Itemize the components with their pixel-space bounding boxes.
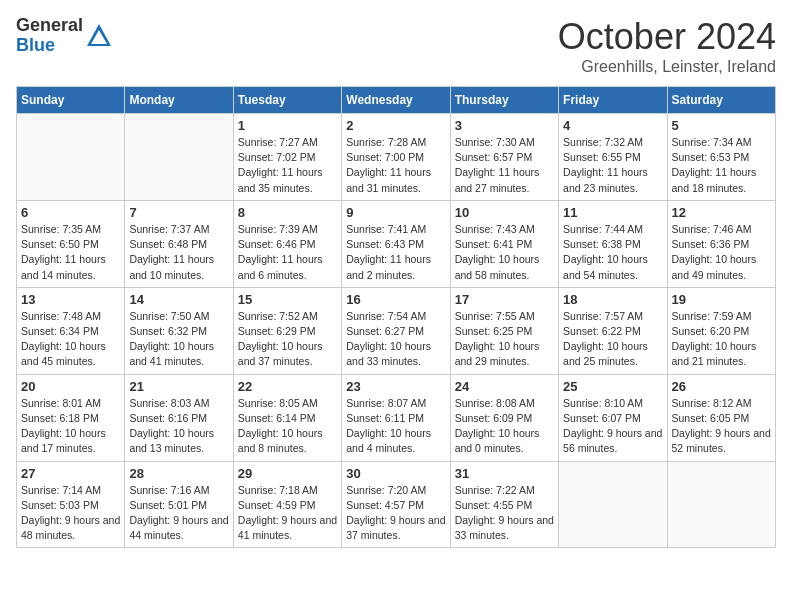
day-number: 5 xyxy=(672,118,771,133)
day-info: Sunrise: 7:39 AMSunset: 6:46 PMDaylight:… xyxy=(238,222,337,283)
weekday-header: Saturday xyxy=(667,87,775,114)
calendar-cell: 15Sunrise: 7:52 AMSunset: 6:29 PMDayligh… xyxy=(233,287,341,374)
calendar-cell xyxy=(559,461,667,548)
day-number: 23 xyxy=(346,379,445,394)
day-info: Sunrise: 7:14 AMSunset: 5:03 PMDaylight:… xyxy=(21,483,120,544)
day-info: Sunrise: 8:08 AMSunset: 6:09 PMDaylight:… xyxy=(455,396,554,457)
day-number: 28 xyxy=(129,466,228,481)
calendar-week-row: 6Sunrise: 7:35 AMSunset: 6:50 PMDaylight… xyxy=(17,200,776,287)
calendar-cell: 5Sunrise: 7:34 AMSunset: 6:53 PMDaylight… xyxy=(667,114,775,201)
page-header: General Blue October 2024 Greenhills, Le… xyxy=(16,16,776,76)
logo-icon xyxy=(85,22,113,50)
day-info: Sunrise: 7:54 AMSunset: 6:27 PMDaylight:… xyxy=(346,309,445,370)
calendar-cell: 14Sunrise: 7:50 AMSunset: 6:32 PMDayligh… xyxy=(125,287,233,374)
day-number: 14 xyxy=(129,292,228,307)
title-section: October 2024 Greenhills, Leinster, Irela… xyxy=(558,16,776,76)
calendar-week-row: 20Sunrise: 8:01 AMSunset: 6:18 PMDayligh… xyxy=(17,374,776,461)
day-number: 2 xyxy=(346,118,445,133)
day-number: 3 xyxy=(455,118,554,133)
day-info: Sunrise: 8:01 AMSunset: 6:18 PMDaylight:… xyxy=(21,396,120,457)
calendar-cell: 17Sunrise: 7:55 AMSunset: 6:25 PMDayligh… xyxy=(450,287,558,374)
logo: General Blue xyxy=(16,16,113,56)
day-info: Sunrise: 7:55 AMSunset: 6:25 PMDaylight:… xyxy=(455,309,554,370)
weekday-header: Wednesday xyxy=(342,87,450,114)
calendar-cell: 4Sunrise: 7:32 AMSunset: 6:55 PMDaylight… xyxy=(559,114,667,201)
logo-general: General xyxy=(16,15,83,35)
calendar-cell: 7Sunrise: 7:37 AMSunset: 6:48 PMDaylight… xyxy=(125,200,233,287)
calendar-cell: 24Sunrise: 8:08 AMSunset: 6:09 PMDayligh… xyxy=(450,374,558,461)
day-number: 17 xyxy=(455,292,554,307)
day-number: 6 xyxy=(21,205,120,220)
calendar-week-row: 1Sunrise: 7:27 AMSunset: 7:02 PMDaylight… xyxy=(17,114,776,201)
day-info: Sunrise: 7:34 AMSunset: 6:53 PMDaylight:… xyxy=(672,135,771,196)
day-number: 4 xyxy=(563,118,662,133)
day-info: Sunrise: 8:12 AMSunset: 6:05 PMDaylight:… xyxy=(672,396,771,457)
day-number: 9 xyxy=(346,205,445,220)
day-number: 19 xyxy=(672,292,771,307)
day-info: Sunrise: 7:41 AMSunset: 6:43 PMDaylight:… xyxy=(346,222,445,283)
day-info: Sunrise: 7:18 AMSunset: 4:59 PMDaylight:… xyxy=(238,483,337,544)
day-number: 22 xyxy=(238,379,337,394)
logo-blue: Blue xyxy=(16,35,55,55)
day-info: Sunrise: 8:05 AMSunset: 6:14 PMDaylight:… xyxy=(238,396,337,457)
day-number: 8 xyxy=(238,205,337,220)
calendar-cell: 26Sunrise: 8:12 AMSunset: 6:05 PMDayligh… xyxy=(667,374,775,461)
day-info: Sunrise: 7:22 AMSunset: 4:55 PMDaylight:… xyxy=(455,483,554,544)
day-info: Sunrise: 7:48 AMSunset: 6:34 PMDaylight:… xyxy=(21,309,120,370)
calendar-cell: 10Sunrise: 7:43 AMSunset: 6:41 PMDayligh… xyxy=(450,200,558,287)
weekday-header: Tuesday xyxy=(233,87,341,114)
day-info: Sunrise: 7:57 AMSunset: 6:22 PMDaylight:… xyxy=(563,309,662,370)
day-number: 26 xyxy=(672,379,771,394)
calendar-cell: 19Sunrise: 7:59 AMSunset: 6:20 PMDayligh… xyxy=(667,287,775,374)
day-info: Sunrise: 7:35 AMSunset: 6:50 PMDaylight:… xyxy=(21,222,120,283)
day-info: Sunrise: 7:27 AMSunset: 7:02 PMDaylight:… xyxy=(238,135,337,196)
day-info: Sunrise: 7:50 AMSunset: 6:32 PMDaylight:… xyxy=(129,309,228,370)
calendar-cell: 31Sunrise: 7:22 AMSunset: 4:55 PMDayligh… xyxy=(450,461,558,548)
location-title: Greenhills, Leinster, Ireland xyxy=(558,58,776,76)
day-number: 20 xyxy=(21,379,120,394)
weekday-header: Sunday xyxy=(17,87,125,114)
day-number: 15 xyxy=(238,292,337,307)
day-info: Sunrise: 8:10 AMSunset: 6:07 PMDaylight:… xyxy=(563,396,662,457)
calendar-cell: 23Sunrise: 8:07 AMSunset: 6:11 PMDayligh… xyxy=(342,374,450,461)
weekday-header: Friday xyxy=(559,87,667,114)
weekday-header: Thursday xyxy=(450,87,558,114)
day-info: Sunrise: 7:16 AMSunset: 5:01 PMDaylight:… xyxy=(129,483,228,544)
day-number: 25 xyxy=(563,379,662,394)
day-info: Sunrise: 8:07 AMSunset: 6:11 PMDaylight:… xyxy=(346,396,445,457)
day-number: 18 xyxy=(563,292,662,307)
day-number: 16 xyxy=(346,292,445,307)
day-number: 1 xyxy=(238,118,337,133)
calendar-cell: 27Sunrise: 7:14 AMSunset: 5:03 PMDayligh… xyxy=(17,461,125,548)
calendar-cell: 3Sunrise: 7:30 AMSunset: 6:57 PMDaylight… xyxy=(450,114,558,201)
day-info: Sunrise: 7:32 AMSunset: 6:55 PMDaylight:… xyxy=(563,135,662,196)
day-info: Sunrise: 8:03 AMSunset: 6:16 PMDaylight:… xyxy=(129,396,228,457)
calendar-cell: 25Sunrise: 8:10 AMSunset: 6:07 PMDayligh… xyxy=(559,374,667,461)
calendar-cell: 9Sunrise: 7:41 AMSunset: 6:43 PMDaylight… xyxy=(342,200,450,287)
calendar-cell: 1Sunrise: 7:27 AMSunset: 7:02 PMDaylight… xyxy=(233,114,341,201)
calendar-cell: 12Sunrise: 7:46 AMSunset: 6:36 PMDayligh… xyxy=(667,200,775,287)
calendar-cell: 20Sunrise: 8:01 AMSunset: 6:18 PMDayligh… xyxy=(17,374,125,461)
calendar-cell: 13Sunrise: 7:48 AMSunset: 6:34 PMDayligh… xyxy=(17,287,125,374)
calendar-header-row: SundayMondayTuesdayWednesdayThursdayFrid… xyxy=(17,87,776,114)
calendar-cell: 29Sunrise: 7:18 AMSunset: 4:59 PMDayligh… xyxy=(233,461,341,548)
calendar-cell: 21Sunrise: 8:03 AMSunset: 6:16 PMDayligh… xyxy=(125,374,233,461)
calendar-cell: 8Sunrise: 7:39 AMSunset: 6:46 PMDaylight… xyxy=(233,200,341,287)
calendar-cell: 30Sunrise: 7:20 AMSunset: 4:57 PMDayligh… xyxy=(342,461,450,548)
calendar-week-row: 27Sunrise: 7:14 AMSunset: 5:03 PMDayligh… xyxy=(17,461,776,548)
calendar-cell: 28Sunrise: 7:16 AMSunset: 5:01 PMDayligh… xyxy=(125,461,233,548)
day-number: 27 xyxy=(21,466,120,481)
day-info: Sunrise: 7:59 AMSunset: 6:20 PMDaylight:… xyxy=(672,309,771,370)
day-info: Sunrise: 7:43 AMSunset: 6:41 PMDaylight:… xyxy=(455,222,554,283)
day-info: Sunrise: 7:46 AMSunset: 6:36 PMDaylight:… xyxy=(672,222,771,283)
calendar-cell: 18Sunrise: 7:57 AMSunset: 6:22 PMDayligh… xyxy=(559,287,667,374)
day-number: 29 xyxy=(238,466,337,481)
day-info: Sunrise: 7:37 AMSunset: 6:48 PMDaylight:… xyxy=(129,222,228,283)
calendar-cell: 2Sunrise: 7:28 AMSunset: 7:00 PMDaylight… xyxy=(342,114,450,201)
day-info: Sunrise: 7:52 AMSunset: 6:29 PMDaylight:… xyxy=(238,309,337,370)
day-info: Sunrise: 7:28 AMSunset: 7:00 PMDaylight:… xyxy=(346,135,445,196)
day-number: 12 xyxy=(672,205,771,220)
calendar-table: SundayMondayTuesdayWednesdayThursdayFrid… xyxy=(16,86,776,548)
day-info: Sunrise: 7:44 AMSunset: 6:38 PMDaylight:… xyxy=(563,222,662,283)
day-number: 31 xyxy=(455,466,554,481)
